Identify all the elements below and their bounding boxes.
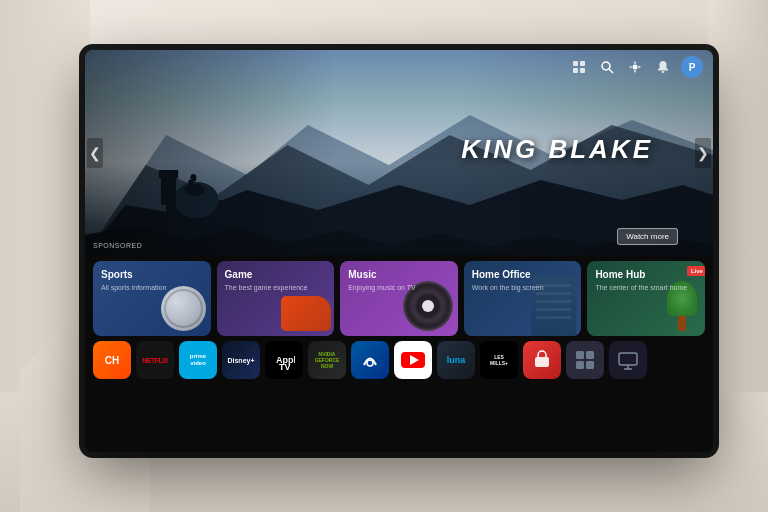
home-office-card-title: Home Office [472, 269, 574, 281]
hero-title: KING BLAKE [461, 134, 653, 165]
content-cards-row: Sports All sports information Game The b… [85, 255, 713, 336]
watch-more-button[interactable]: Watch more [617, 228, 678, 245]
svg-point-7 [662, 71, 665, 73]
game-card[interactable]: Game The best game experience [217, 261, 335, 336]
tv-frame: P [85, 50, 713, 452]
notification-icon[interactable] [653, 57, 673, 77]
svg-point-4 [602, 62, 610, 70]
sports-card-title: Sports [101, 269, 203, 281]
svg-line-5 [609, 69, 613, 73]
svg-rect-27 [576, 361, 584, 369]
lesmills-app-icon[interactable]: LES MILLS+ [480, 341, 518, 379]
ch-app-icon[interactable]: CH [93, 341, 131, 379]
svg-rect-26 [586, 351, 594, 359]
settings-icon[interactable] [625, 57, 645, 77]
home-hub-card-title: Home Hub [595, 269, 697, 281]
svg-point-6 [633, 65, 638, 70]
apps-row: CH NETFLIX prime video Disney+ Apple TV [85, 336, 713, 384]
hero-prev-button[interactable]: ❮ [87, 138, 103, 168]
svg-rect-24 [535, 357, 549, 367]
svg-rect-2 [573, 68, 578, 73]
input-select-icon[interactable] [569, 57, 589, 77]
game-card-title: Game [225, 269, 327, 281]
svg-rect-3 [580, 68, 585, 73]
youtube-logo [401, 352, 425, 368]
tv-screen: P [85, 50, 713, 452]
home-hub-card[interactable]: Home Hub The center of the smart home Li… [587, 261, 705, 336]
music-card-title: Music [348, 269, 450, 281]
sports-card-subtitle: All sports information [101, 283, 203, 292]
shop-app-icon[interactable] [523, 341, 561, 379]
luna-app-icon[interactable]: luna [437, 341, 475, 379]
tv-source-icon[interactable] [609, 341, 647, 379]
home-office-card[interactable]: Home Office Work on the big screen [464, 261, 582, 336]
tv-icon [617, 349, 639, 371]
svg-text:TV: TV [279, 362, 291, 371]
apps-grid-icon [574, 349, 596, 371]
disney-plus-app-icon[interactable]: Disney+ [222, 341, 260, 379]
shop-logo [531, 349, 553, 371]
music-card[interactable]: Music Enjoying music on TV [340, 261, 458, 336]
svg-rect-28 [586, 361, 594, 369]
svg-rect-25 [576, 351, 584, 359]
home-office-card-subtitle: Work on the big screen [472, 283, 574, 292]
svg-rect-0 [573, 61, 578, 66]
paramount-plus-app-icon[interactable] [351, 341, 389, 379]
youtube-app-icon[interactable] [394, 341, 432, 379]
search-icon[interactable] [597, 57, 617, 77]
sports-card[interactable]: Sports All sports information [93, 261, 211, 336]
prime-video-app-icon[interactable]: prime video [179, 341, 217, 379]
hero-next-button[interactable]: ❯ [695, 138, 711, 168]
game-car-decoration [281, 296, 331, 331]
apple-tv-app-icon[interactable]: Apple TV [265, 341, 303, 379]
svg-rect-1 [580, 61, 585, 66]
profile-avatar[interactable]: P [681, 56, 703, 78]
svg-rect-29 [619, 353, 637, 365]
netflix-app-icon[interactable]: NETFLIX [136, 341, 174, 379]
sponsored-label: SPONSORED [93, 242, 142, 249]
geforce-now-app-icon[interactable]: NVIDIA GEFORCE NOW [308, 341, 346, 379]
game-card-subtitle: The best game experience [225, 283, 327, 292]
paramount-logo [360, 350, 380, 370]
all-apps-icon[interactable] [566, 341, 604, 379]
svg-point-21 [367, 360, 373, 366]
top-navigation: P [559, 50, 713, 84]
music-card-subtitle: Enjoying music on TV [348, 283, 450, 292]
home-hub-card-subtitle: The center of the smart home [595, 283, 697, 292]
